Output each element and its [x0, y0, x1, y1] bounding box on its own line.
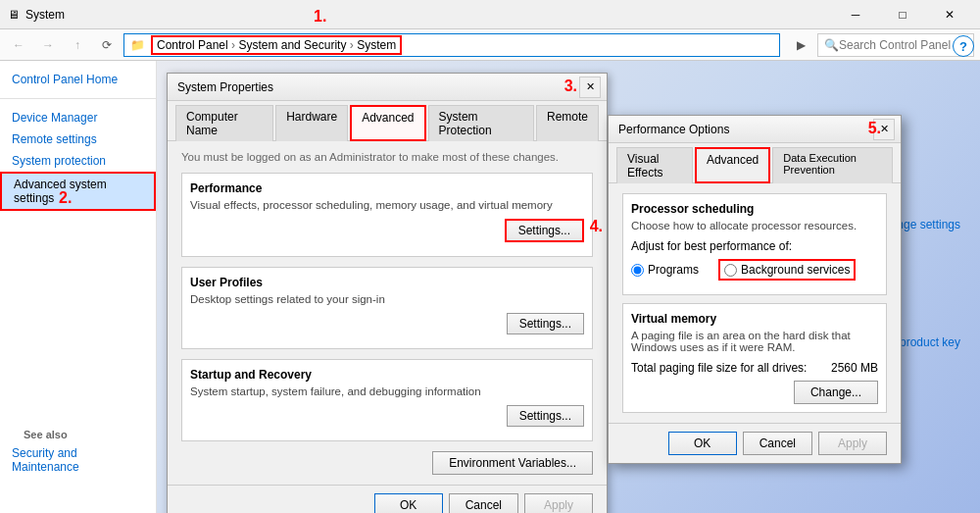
system-properties-title-bar[interactable]: System Properties ✕ [168, 74, 607, 101]
system-properties-tabs: Computer Name Hardware Advanced System P… [168, 101, 607, 141]
radio-programs[interactable]: Programs [631, 263, 699, 277]
help-button[interactable]: ? [953, 35, 974, 57]
radio-background-input[interactable] [724, 264, 737, 277]
virtual-memory-header: Virtual memory [631, 312, 878, 326]
left-nav: Control Panel Home Device Manager Remote… [0, 61, 157, 513]
system-properties-apply-button[interactable]: Apply [524, 493, 593, 513]
vm-change-button[interactable]: Change... [794, 381, 878, 404]
breadcrumb-text: Control Panel › System and Security › Sy… [151, 35, 402, 55]
processor-scheduling-desc: Choose how to allocate processor resourc… [631, 220, 878, 231]
environment-variables-button[interactable]: Environment Variables... [432, 451, 593, 475]
minimize-button[interactable]: ─ [833, 0, 878, 29]
performance-options-cancel-button[interactable]: Cancel [743, 432, 812, 455]
back-button[interactable]: ← [6, 33, 31, 57]
performance-options-tabs: Visual Effects Advanced Data Execution P… [609, 143, 901, 183]
tab-advanced[interactable]: Advanced [350, 105, 425, 141]
tab-remote[interactable]: Remote [536, 105, 599, 141]
annotation-1: 1. [314, 8, 326, 26]
performance-desc: Visual effects, processor scheduling, me… [190, 199, 584, 211]
breadcrumb-part2: System and Security [238, 38, 346, 52]
address-path[interactable]: 📁 Control Panel › System and Security › … [123, 33, 780, 57]
sidebar-item-remote-settings[interactable]: Remote settings [0, 128, 156, 150]
processor-scheduling-section: Processor scheduling Choose how to alloc… [622, 193, 887, 295]
performance-header: Performance [190, 181, 584, 195]
user-profiles-settings-button[interactable]: Settings... [507, 313, 584, 334]
processor-scheduling-header: Processor scheduling [631, 202, 878, 216]
performance-section: Performance Visual effects, processor sc… [181, 173, 593, 257]
title-bar: 🖥 System ─ □ ✕ [0, 0, 980, 29]
system-properties-ok-button[interactable]: OK [374, 493, 443, 513]
breadcrumb-part1: Control Panel [157, 38, 228, 52]
tab-visual-effects[interactable]: Visual Effects [616, 147, 693, 183]
tab-dep[interactable]: Data Execution Prevention [772, 147, 893, 183]
tab-perf-advanced[interactable]: Advanced [695, 147, 770, 183]
sidebar-item-system-protection[interactable]: System protection [0, 150, 156, 172]
radio-background-services[interactable]: Background services [718, 259, 856, 281]
virtual-memory-desc: A paging file is an area on the hard dis… [631, 330, 878, 353]
vm-total-value: 2560 MB [831, 361, 878, 375]
performance-options-title-bar[interactable]: Performance Options ✕ [609, 116, 901, 143]
radio-programs-label: Programs [648, 263, 699, 277]
go-button[interactable]: ▶ [788, 33, 813, 57]
system-properties-dialog: System Properties ✕ 3. Computer Name Har… [167, 73, 608, 513]
sidebar-item-advanced-system-settings[interactable]: Advanced system settings [0, 172, 156, 211]
tab-computer-name[interactable]: Computer Name [175, 105, 273, 141]
system-properties-close-button[interactable]: ✕ [579, 77, 601, 98]
vm-total-row: Total paging file size for all drives: 2… [631, 361, 878, 375]
adjust-label: Adjust for best performance of: [631, 239, 878, 253]
startup-recovery-section: Startup and Recovery System startup, sys… [181, 359, 593, 441]
forward-button[interactable]: → [35, 33, 61, 57]
tab-hardware[interactable]: Hardware [275, 105, 348, 141]
performance-options-title: Performance Options [618, 123, 729, 136]
nav-control-panel-home[interactable]: Control Panel Home [0, 69, 156, 90]
close-button[interactable]: ✕ [927, 0, 972, 29]
tab-system-protection[interactable]: System Protection [428, 105, 534, 141]
refresh-button[interactable]: ⟳ [94, 33, 120, 57]
annotation-2: 2. [59, 189, 72, 207]
nav-divider [0, 98, 156, 99]
search-box[interactable]: 🔍 [817, 33, 974, 57]
maximize-button[interactable]: □ [880, 0, 925, 29]
address-bar: ← → ↑ ⟳ 📁 Control Panel › System and Sec… [0, 29, 980, 61]
sidebar-item-security-maintenance[interactable]: Security and Maintenance [12, 444, 143, 476]
user-profiles-desc: Desktop settings related to your sign-in [190, 293, 584, 305]
see-also-label: See also [12, 425, 143, 444]
title-bar-left: 🖥 System [8, 8, 65, 22]
virtual-memory-section: Virtual memory A paging file is an area … [622, 303, 887, 413]
breadcrumb-icon: 📁 [130, 38, 145, 52]
admin-note: You must be logged on as an Administrato… [181, 151, 593, 163]
performance-options-dialog-buttons: OK Cancel Apply [609, 423, 901, 463]
startup-recovery-desc: System startup, system failure, and debu… [190, 385, 584, 397]
processor-radio-group: Programs Background services [631, 259, 878, 281]
main-content: View basic information about your comput… [157, 61, 980, 513]
window-title: System [25, 8, 65, 22]
startup-recovery-header: Startup and Recovery [190, 368, 584, 382]
sidebar-item-device-manager[interactable]: Device Manager [0, 107, 156, 128]
system-properties-content: You must be logged on as an Administrato… [168, 141, 607, 485]
user-profiles-section: User Profiles Desktop settings related t… [181, 267, 593, 349]
search-icon: 🔍 [824, 38, 839, 52]
system-properties-dialog-buttons: OK Cancel Apply [168, 485, 607, 513]
search-input[interactable] [839, 38, 966, 52]
breadcrumb: 📁 Control Panel › System and Security › … [130, 35, 402, 55]
system-properties-cancel-button[interactable]: Cancel [449, 493, 518, 513]
performance-options-dialog: Performance Options ✕ 5. Visual Effects … [608, 115, 902, 464]
title-bar-controls: ─ □ ✕ [833, 0, 972, 29]
radio-background-label: Background services [741, 263, 850, 277]
vm-total-label: Total paging file size for all drives: [631, 361, 807, 375]
performance-options-ok-button[interactable]: OK [668, 432, 737, 455]
performance-options-content: Processor scheduling Choose how to alloc… [609, 183, 901, 423]
radio-programs-input[interactable] [631, 264, 644, 277]
system-properties-title: System Properties [177, 80, 273, 94]
up-button[interactable]: ↑ [65, 33, 90, 57]
user-profiles-header: User Profiles [190, 276, 584, 289]
breadcrumb-part3: System [357, 38, 396, 52]
performance-settings-button[interactable]: Settings... [505, 219, 584, 242]
system-icon: 🖥 [8, 8, 20, 22]
performance-options-apply-button[interactable]: Apply [818, 432, 887, 455]
startup-recovery-settings-button[interactable]: Settings... [507, 405, 584, 427]
annotation-3: 3. [564, 77, 577, 95]
main-container: Control Panel Home Device Manager Remote… [0, 61, 980, 513]
annotation-4: 4. [590, 218, 603, 235]
annotation-5: 5. [868, 120, 881, 137]
